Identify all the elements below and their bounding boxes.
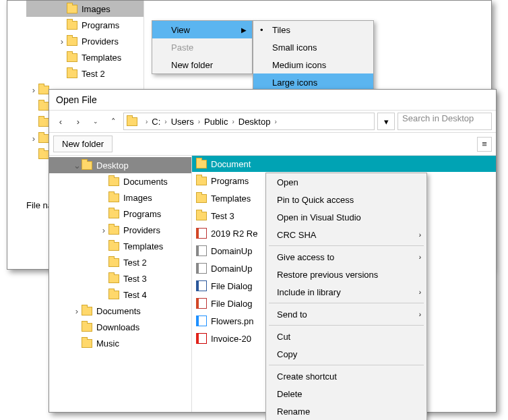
menu-item[interactable]: View▶ — [152, 21, 252, 38]
breadcrumb-dropdown[interactable]: ▾ — [377, 113, 395, 130]
tree-item[interactable]: Templates — [49, 238, 191, 254]
breadcrumb[interactable]: ›C:›Users›Public›Desktop› — [123, 113, 375, 130]
img-icon — [196, 316, 207, 326]
column-header[interactable]: Document — [192, 156, 496, 172]
menu-item[interactable]: Rename — [266, 402, 426, 420]
tree-item[interactable]: ›Providers — [49, 222, 191, 238]
column-header-label: Document — [211, 159, 251, 169]
tree-item[interactable]: ›Documents — [49, 303, 191, 319]
search-input[interactable]: Search in Desktop — [398, 113, 492, 130]
dialog-title: Open File — [49, 90, 496, 110]
tree-item[interactable]: Test 4 — [49, 287, 191, 303]
folder-icon — [196, 212, 207, 220]
toolbar: New folder ≡ — [49, 133, 496, 156]
tree-item[interactable]: Programs — [49, 206, 191, 222]
folder-icon — [196, 177, 207, 185]
menu-item[interactable]: Open in Visual Studio — [266, 208, 426, 226]
nav-history-button[interactable]: ⌄ — [88, 114, 103, 129]
folder-icon — [196, 194, 207, 203]
menu-item[interactable]: Give access to› — [266, 248, 426, 266]
menu-item[interactable]: Medium icons — [253, 56, 373, 73]
context-submenu-view[interactable]: •TilesSmall iconsMedium iconsLarge icons — [253, 20, 374, 92]
rtf-icon — [196, 263, 207, 274]
tree-item[interactable]: Test 3 — [49, 270, 191, 287]
menu-item[interactable]: Open — [266, 173, 426, 191]
menu-item[interactable]: Copy — [266, 345, 426, 363]
folder-icon — [196, 160, 207, 169]
folder-context-menu[interactable]: OpenPin to Quick accessOpen in Visual St… — [265, 173, 427, 420]
context-menu-view[interactable]: View▶PasteNew folder — [152, 20, 253, 74]
menu-item[interactable]: New folder — [152, 56, 252, 73]
nav-forward-button[interactable]: › — [71, 114, 86, 129]
nav-back-button[interactable]: ‹ — [53, 114, 68, 129]
menu-item[interactable]: Send to› — [266, 305, 426, 323]
tree-item[interactable]: Programs — [26, 17, 144, 33]
breadcrumb-item[interactable]: C: — [152, 117, 160, 127]
folder-icon — [127, 117, 137, 126]
breadcrumb-item[interactable]: Public — [204, 117, 228, 127]
nav-up-button[interactable]: ˄ — [106, 114, 121, 129]
tree-item[interactable]: Music — [49, 335, 191, 351]
tree-item[interactable]: ⌄Desktop — [49, 157, 191, 173]
doc-icon — [196, 298, 207, 309]
tree-item[interactable]: Templates — [26, 49, 144, 65]
tree-item[interactable]: Documents — [49, 173, 191, 189]
menu-item[interactable]: Small icons — [253, 38, 373, 56]
tree-item[interactable]: Images — [26, 1, 144, 17]
menu-item[interactable]: Paste — [152, 38, 252, 56]
breadcrumb-item[interactable]: Users — [171, 117, 194, 127]
tree-item[interactable]: ›Providers — [26, 33, 144, 49]
new-folder-button[interactable]: New folder — [53, 136, 113, 152]
menu-item[interactable]: •Tiles — [253, 21, 373, 38]
view-options-button[interactable]: ≡ — [477, 137, 492, 152]
tree-item[interactable]: Test 2 — [49, 254, 191, 270]
tree-item[interactable]: Downloads — [49, 319, 191, 335]
nav-tree[interactable]: ⌄DesktopDocumentsImagesPrograms›Provider… — [49, 156, 192, 412]
menu-item[interactable]: Cut — [266, 328, 426, 345]
pdf-icon — [196, 333, 207, 344]
word-icon — [196, 280, 207, 291]
rtf-icon — [196, 245, 207, 256]
menu-item[interactable]: Pin to Quick access — [266, 191, 426, 208]
address-bar: ‹ › ⌄ ˄ ›C:›Users›Public›Desktop› ▾ Sear… — [49, 110, 496, 133]
menu-item[interactable]: Restore previous versions — [266, 266, 426, 283]
menu-item[interactable]: CRC SHA› — [266, 226, 426, 243]
menu-item[interactable]: Delete — [266, 385, 426, 402]
menu-item[interactable]: Create shortcut — [266, 367, 426, 385]
tree-item[interactable]: Test 2 — [26, 65, 144, 82]
tree-item[interactable]: Images — [49, 189, 191, 206]
breadcrumb-item[interactable]: Desktop — [239, 117, 271, 127]
doc-icon — [196, 228, 207, 239]
menu-item[interactable]: Include in library› — [266, 283, 426, 301]
